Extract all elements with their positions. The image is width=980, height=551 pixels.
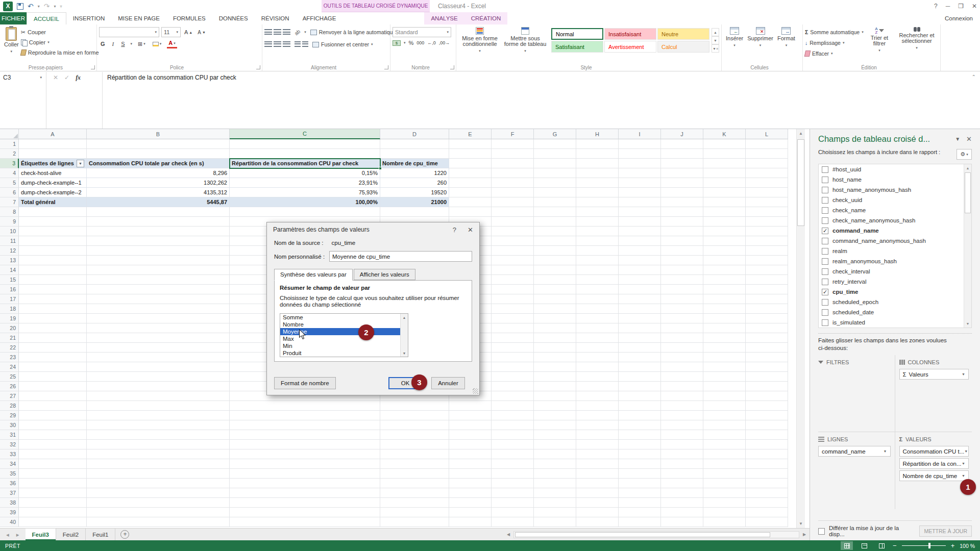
cell-J8[interactable] xyxy=(661,207,703,217)
cell-E6[interactable] xyxy=(449,188,492,197)
cell-L20[interactable] xyxy=(746,323,788,333)
zone-pill[interactable]: Répartition de la con...▼ xyxy=(899,458,969,469)
sheet-tab[interactable]: Feuil2 xyxy=(56,529,86,540)
cell-F17[interactable] xyxy=(492,294,534,304)
cell-A2[interactable] xyxy=(19,149,87,159)
cell-I23[interactable] xyxy=(619,353,661,362)
cell-E38[interactable] xyxy=(449,498,492,508)
cell-K4[interactable] xyxy=(703,168,746,178)
cell-I32[interactable] xyxy=(619,440,661,449)
cell-B17[interactable] xyxy=(87,294,230,304)
cell-F18[interactable] xyxy=(492,304,534,314)
cell-H38[interactable] xyxy=(576,498,619,508)
tab-show-values-as[interactable]: Afficher les valeurs xyxy=(354,269,415,280)
zone-pill[interactable]: Consommation CPU t...▼ xyxy=(899,446,969,457)
cell-B38[interactable] xyxy=(87,498,230,508)
indent-icons[interactable] xyxy=(295,41,308,47)
field-checkbox[interactable] xyxy=(822,279,828,285)
column-header-L[interactable]: L xyxy=(746,129,788,139)
cell-H13[interactable] xyxy=(576,256,619,265)
field-item[interactable]: command_name_anonymous_hash xyxy=(819,236,971,246)
field-checkbox[interactable] xyxy=(822,166,828,173)
cell-J17[interactable] xyxy=(661,294,703,304)
cell-L10[interactable] xyxy=(746,227,788,236)
cell-I40[interactable] xyxy=(619,517,661,527)
cell-K29[interactable] xyxy=(703,411,746,420)
field-item[interactable]: host_name xyxy=(819,174,971,185)
function-option[interactable]: Min xyxy=(280,342,408,349)
listbox-up-icon[interactable]: ▲ xyxy=(401,314,408,321)
horizontal-scrollbar[interactable]: ◀ ▶ xyxy=(504,529,810,540)
cell-G40[interactable] xyxy=(534,517,576,527)
cell-K16[interactable] xyxy=(703,285,746,294)
ribbon-tab[interactable]: RÉVISION xyxy=(255,12,296,24)
cell-A36[interactable] xyxy=(19,479,87,488)
cell-J19[interactable] xyxy=(661,314,703,323)
pill-dropdown-icon[interactable]: ▼ xyxy=(962,462,965,465)
cell-B14[interactable] xyxy=(87,265,230,275)
cell-I25[interactable] xyxy=(619,372,661,382)
cell-J9[interactable] xyxy=(661,217,703,227)
fill-button[interactable]: ↓Remplissage▾ xyxy=(805,38,864,47)
cell-K30[interactable] xyxy=(703,420,746,430)
cell-I7[interactable] xyxy=(619,197,661,207)
zone-pill[interactable]: ΣValeurs▼ xyxy=(899,369,969,380)
cell-H19[interactable] xyxy=(576,314,619,323)
zone-pill[interactable]: Nombre de cpu_time▼ xyxy=(899,470,969,481)
pivot-cell-pct[interactable]: 100,00% xyxy=(230,197,380,207)
cell-G16[interactable] xyxy=(534,285,576,294)
cell-B20[interactable] xyxy=(87,323,230,333)
custom-name-input[interactable] xyxy=(329,251,472,262)
zone-filters[interactable]: FILTRES xyxy=(818,355,895,432)
cell-G27[interactable] xyxy=(534,391,576,401)
row-header-7[interactable]: 7 xyxy=(0,197,19,207)
row-header-22[interactable]: 22 xyxy=(0,343,19,353)
cell-A9[interactable] xyxy=(19,217,87,227)
cell-K11[interactable] xyxy=(703,236,746,246)
cell-K19[interactable] xyxy=(703,314,746,323)
row-header-3[interactable]: 3 xyxy=(0,159,19,168)
column-header-J[interactable]: J xyxy=(661,129,703,139)
row-header-28[interactable]: 28 xyxy=(0,401,19,411)
cell-K17[interactable] xyxy=(703,294,746,304)
cell-J26[interactable] xyxy=(661,382,703,391)
cell-F40[interactable] xyxy=(492,517,534,527)
cell-B1[interactable] xyxy=(87,139,230,149)
ribbon-tab[interactable]: DONNÉES xyxy=(212,12,255,24)
number-dialog-launcher[interactable] xyxy=(450,65,454,69)
cell-L19[interactable] xyxy=(746,314,788,323)
cell-C30[interactable] xyxy=(230,420,380,430)
ribbon-tab[interactable]: MISE EN PAGE xyxy=(111,12,166,24)
cell-A29[interactable] xyxy=(19,411,87,420)
cell-H22[interactable] xyxy=(576,343,619,353)
row-header-17[interactable]: 17 xyxy=(0,294,19,304)
cell-J10[interactable] xyxy=(661,227,703,236)
cell-F8[interactable] xyxy=(492,207,534,217)
cell-J28[interactable] xyxy=(661,401,703,411)
cell-K18[interactable] xyxy=(703,304,746,314)
cell-G13[interactable] xyxy=(534,256,576,265)
column-header-K[interactable]: K xyxy=(703,129,746,139)
cell-I12[interactable] xyxy=(619,246,661,256)
cell-K6[interactable] xyxy=(703,188,746,197)
cell-B21[interactable] xyxy=(87,333,230,343)
cell-H5[interactable] xyxy=(576,178,619,188)
pill-dropdown-icon[interactable]: ▼ xyxy=(962,372,965,376)
cell-L38[interactable] xyxy=(746,498,788,508)
scroll-left-icon[interactable]: ◀ xyxy=(504,531,512,539)
column-header-G[interactable]: G xyxy=(534,129,576,139)
cell-G39[interactable] xyxy=(534,508,576,517)
row-header-38[interactable]: 38 xyxy=(0,498,19,508)
cell-C32[interactable] xyxy=(230,440,380,449)
cell-B15[interactable] xyxy=(87,275,230,285)
cell-H3[interactable] xyxy=(576,159,619,168)
cell-H15[interactable] xyxy=(576,275,619,285)
row-header-15[interactable]: 15 xyxy=(0,275,19,285)
row-header-13[interactable]: 13 xyxy=(0,256,19,265)
row-header-25[interactable]: 25 xyxy=(0,372,19,382)
currency-icon[interactable]: $ xyxy=(393,40,401,46)
cell-I30[interactable] xyxy=(619,420,661,430)
cell-I14[interactable] xyxy=(619,265,661,275)
cell-L26[interactable] xyxy=(746,382,788,391)
cell-A19[interactable] xyxy=(19,314,87,323)
